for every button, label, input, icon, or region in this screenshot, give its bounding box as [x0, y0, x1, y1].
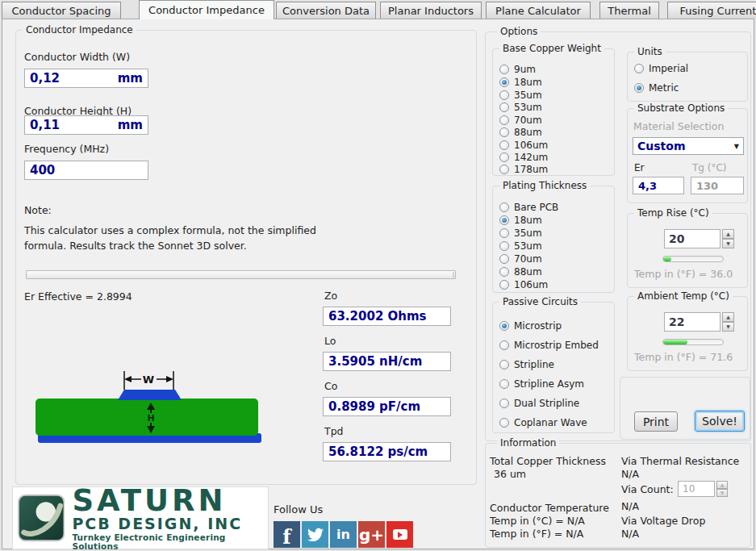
groupbox-title: Base Copper Weight [499, 43, 604, 54]
radio-icon [499, 228, 509, 238]
spinner-down-icon[interactable]: ▼ [722, 322, 734, 332]
radio-icon [634, 64, 644, 73]
via-count-spinner[interactable]: 10 ▲▼ [678, 481, 728, 497]
linkedin-icon[interactable]: in [330, 521, 357, 548]
tpd-result-field[interactable]: 56.8122 ps/cm [323, 442, 451, 461]
radio-plating-53um[interactable]: 53um [499, 240, 542, 252]
radio-base-copper-18um[interactable]: 18um [499, 77, 542, 88]
linkedin-glyph: in [336, 527, 350, 542]
via-count-value[interactable]: 10 [678, 481, 715, 497]
frequency-value: 400 [30, 163, 55, 177]
ambient-temp-spinner[interactable]: 22 ▲▼ [664, 312, 734, 332]
radio-base-copper-9um[interactable]: 9um [499, 64, 536, 75]
radio-icon-selected [634, 83, 644, 93]
google-plus-glyph: g+ [359, 525, 384, 545]
tab-conversion-data[interactable]: Conversion Data [276, 2, 376, 19]
conductor-width-value: 0,12 [30, 71, 60, 86]
google-plus-icon[interactable]: g+ [358, 521, 385, 548]
radio-base-copper-53um[interactable]: 53um [499, 102, 542, 113]
spinner-down-icon[interactable]: ▼ [722, 239, 734, 248]
app-window: { "tabs": [ {"label": "Conductor Spacing… [0, 0, 756, 551]
radio-label: Dual Stripline [514, 398, 579, 409]
radio-plating-bare-pcb[interactable]: Bare PCB [499, 202, 558, 213]
print-button[interactable]: Print [634, 411, 678, 432]
material-selection-dropdown[interactable]: Custom ▼ [633, 137, 744, 155]
radio-icon [499, 115, 509, 125]
logo-name: SATURN [72, 486, 263, 516]
radio-base-copper-178um[interactable]: 178um [499, 164, 548, 175]
spinner-down-icon[interactable]: ▼ [716, 489, 728, 497]
radio-passive-microstrip[interactable]: Microstrip [499, 320, 562, 332]
radio-plating-35um[interactable]: 35um [499, 227, 542, 239]
groupbox-title: Temp Rise (°C) [634, 207, 712, 219]
tab-fusing-current[interactable]: Fusing Current [667, 2, 756, 19]
height-dimension-label: H [147, 413, 154, 424]
radio-icon [499, 254, 509, 264]
radio-passive-stripline[interactable]: Stripline [499, 359, 554, 370]
radio-units-imperial[interactable]: Imperial [634, 63, 688, 74]
lo-result-value: 3.5905 nH/cm [328, 354, 422, 369]
radio-base-copper-35um[interactable]: 35um [499, 90, 542, 101]
groupbox-title: Passive Circuits [499, 296, 581, 307]
radio-passive-dual-stripline[interactable]: Dual Stripline [499, 398, 579, 409]
radio-label: 18um [514, 77, 542, 88]
radio-label: 9um [514, 64, 536, 75]
tab-label: Thermal [608, 5, 651, 17]
radio-plating-70um[interactable]: 70um [499, 253, 542, 265]
temp-rise-progress-bar [662, 256, 724, 262]
temp-rise-spinner[interactable]: 20 ▲▼ [664, 229, 734, 248]
total-copper-thickness-label: Total Copper Thickness [490, 455, 606, 467]
radio-units-metric[interactable]: Metric [634, 82, 679, 94]
zo-result-field[interactable]: 63.2002 Ohms [323, 307, 451, 326]
logo-text: SATURN PCB DESIGN, INC Turnkey Electroni… [72, 486, 263, 550]
spinner-up-icon[interactable]: ▲ [716, 481, 728, 489]
radio-passive-microstrip-embed[interactable]: Microstrip Embed [499, 340, 599, 351]
radio-label: 106um [514, 279, 548, 290]
youtube-icon[interactable] [386, 521, 413, 548]
radio-passive-coplanar-wave[interactable]: Coplanar Wave [499, 417, 587, 428]
lo-result-field[interactable]: 3.5905 nH/cm [323, 352, 451, 371]
solve-button[interactable]: Solve! [695, 411, 745, 432]
tab-label: Planar Inductors [388, 5, 474, 17]
radio-label: 53um [514, 102, 542, 113]
tab-conductor-spacing[interactable]: Conductor Spacing [2, 2, 121, 19]
tab-thermal[interactable]: Thermal [599, 2, 659, 19]
spinner-up-icon[interactable]: ▲ [722, 312, 734, 322]
units-groupbox: Units Imperial Metric [627, 52, 748, 102]
facebook-icon[interactable]: f [274, 521, 300, 548]
tab-planar-inductors[interactable]: Planar Inductors [380, 2, 482, 19]
radio-label: Coplanar Wave [514, 417, 587, 428]
radio-icon [499, 418, 509, 428]
substrate-options-groupbox: Substrate Options Material Selection Cus… [627, 108, 748, 203]
radio-label: 70um [514, 253, 542, 265]
conductor-height-input[interactable]: 0,11 mm [24, 115, 148, 135]
radio-base-copper-70um[interactable]: 70um [499, 115, 542, 126]
radio-plating-18um[interactable]: 18um [499, 215, 542, 226]
spinner-up-icon[interactable]: ▲ [722, 229, 734, 239]
radio-base-copper-142um[interactable]: 142um [499, 152, 548, 163]
radio-icon [499, 102, 509, 112]
via-thermal-resistance-value: N/A [621, 468, 639, 480]
progress-fill [663, 340, 687, 344]
twitter-icon[interactable] [302, 521, 328, 548]
ambient-temp-groupbox: Ambient Temp (°C) 22 ▲▼ Temp in (°F) = 7… [627, 296, 748, 371]
temp-rise-value[interactable]: 20 [664, 229, 720, 248]
radio-label: 53um [514, 240, 542, 252]
tab-plane-calculator[interactable]: Plane Calculator [486, 2, 591, 19]
radio-base-copper-106um[interactable]: 106um [499, 140, 548, 151]
ambient-temp-value[interactable]: 22 [664, 312, 720, 332]
radio-plating-88um[interactable]: 88um [499, 266, 542, 278]
er-input[interactable]: 4,3 [633, 177, 684, 194]
groupbox-title: Substrate Options [634, 102, 728, 114]
tab-conductor-impedance[interactable]: Conductor Impedance [139, 0, 274, 19]
tg-input[interactable]: 130 [691, 177, 744, 194]
co-result-field[interactable]: 0.8989 pF/cm [323, 397, 451, 416]
groupbox-title: Conductor Impedance [23, 24, 136, 35]
frequency-input[interactable]: 400 [24, 161, 148, 180]
radio-label: Microstrip [514, 320, 562, 332]
radio-passive-stripline-asym[interactable]: Stripline Asym [499, 378, 584, 390]
radio-plating-106um[interactable]: 106um [499, 279, 548, 290]
conductor-width-input[interactable]: 0,12 mm [24, 69, 148, 88]
radio-base-copper-88um[interactable]: 88um [499, 127, 542, 138]
radio-icon-selected [499, 215, 509, 225]
